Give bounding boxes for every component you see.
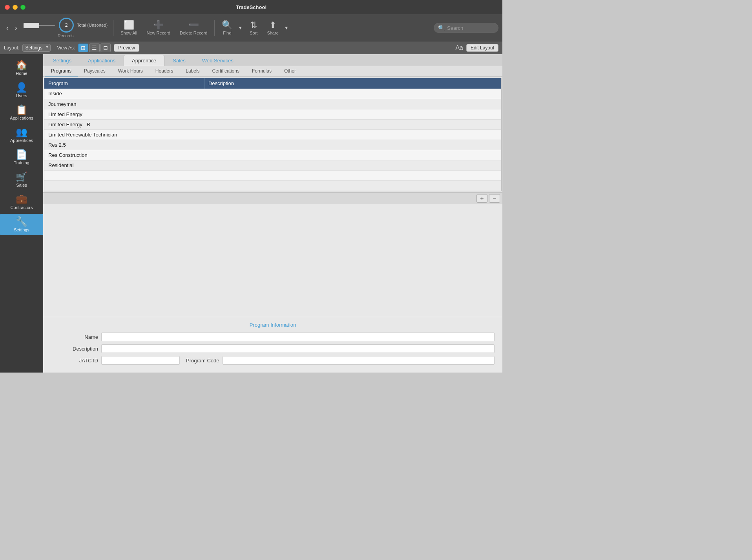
show-all-label: Show All	[120, 31, 137, 35]
table-row[interactable]: Residential	[44, 160, 501, 170]
remove-row-button[interactable]: −	[489, 194, 500, 203]
table-wrapper: Program Description InsideJourneymanLimi…	[44, 78, 502, 191]
tab-labels[interactable]: Labels	[179, 66, 206, 76]
find-button[interactable]: 🔍 Find	[218, 18, 236, 38]
view-buttons: ⊞ ☰ ⊟	[78, 44, 111, 52]
share-label: Share	[267, 31, 278, 35]
table-row[interactable]: Res Construction	[44, 150, 501, 160]
sidebar-item-home[interactable]: 🏠 Home	[0, 57, 43, 79]
find-icon: 🔍	[222, 21, 232, 29]
program-code-input[interactable]	[223, 356, 495, 365]
empty-row	[44, 170, 501, 180]
preview-button[interactable]: Preview	[114, 44, 139, 52]
sidebar-item-sales[interactable]: 🛒 Sales	[0, 169, 43, 191]
tab-work-hours[interactable]: Work Hours	[112, 66, 149, 76]
nav-prev-button[interactable]: ‹	[4, 22, 11, 34]
contractors-icon: 💼	[16, 195, 27, 204]
sidebar-home-label: Home	[16, 71, 27, 76]
table-body: InsideJourneymanLimited EnergyLimited En…	[44, 89, 501, 191]
view-list-button[interactable]: ☰	[89, 44, 100, 52]
tab-apprentice[interactable]: Apprentice	[124, 55, 164, 66]
records-slider-thumb[interactable]	[24, 23, 39, 28]
sidebar-apprentices-label: Apprentices	[10, 138, 33, 143]
toolbar: ‹ › 2 Total (Unsorted) Records ⬜ Show Al…	[0, 14, 502, 42]
toolbar-separator-2	[214, 20, 215, 36]
search-input[interactable]	[447, 25, 494, 31]
table-scroll-area[interactable]: Program Description InsideJourneymanLimi…	[44, 78, 501, 191]
description-cell	[204, 109, 501, 119]
tab-payscales[interactable]: Payscales	[78, 66, 112, 76]
tab-headers[interactable]: Headers	[149, 66, 179, 76]
window-title: TradeSchool	[236, 4, 266, 10]
share-dropdown-button[interactable]: ▼	[283, 25, 290, 31]
maximize-button[interactable]	[20, 5, 26, 10]
sidebar-item-training[interactable]: 📄 Training	[0, 147, 43, 168]
description-cell	[204, 89, 501, 99]
find-group: 🔍 Find ▼	[218, 18, 244, 38]
program-code-label: Program Code	[186, 358, 219, 364]
col-program-header: Program	[44, 78, 204, 89]
minimize-button[interactable]	[13, 5, 18, 10]
home-icon: 🏠	[16, 60, 27, 70]
traffic-lights	[5, 5, 26, 10]
table-row[interactable]: Limited Energy	[44, 109, 501, 119]
show-all-button[interactable]: ⬜ Show All	[117, 18, 141, 38]
edit-layout-button[interactable]: Edit Layout	[466, 44, 498, 52]
sidebar-item-settings[interactable]: 🔧 Settings	[0, 214, 43, 235]
tab-applications[interactable]: Applications	[80, 55, 124, 66]
records-status: Total (Unsorted)	[77, 23, 108, 27]
sort-button[interactable]: ⇅ Sort	[246, 18, 261, 38]
table-row[interactable]: Res 2.5	[44, 140, 501, 150]
layout-select[interactable]: Settings	[22, 44, 51, 52]
sidebar-item-applications[interactable]: 📋 Applications	[0, 102, 43, 124]
close-button[interactable]	[5, 5, 10, 10]
delete-record-button[interactable]: ➖ Delete Record	[176, 18, 211, 38]
find-dropdown-button[interactable]: ▼	[236, 25, 244, 31]
nav-controls: ‹ ›	[4, 22, 20, 34]
program-cell: Inside	[44, 89, 204, 99]
sort-label: Sort	[250, 31, 257, 35]
content-area: Settings Applications Apprentice Sales W…	[43, 54, 502, 373]
new-record-label: New Record	[146, 31, 170, 35]
col-description-header: Description	[204, 78, 501, 89]
add-row-button[interactable]: +	[476, 194, 487, 203]
share-button[interactable]: ⬆ Share	[263, 18, 282, 38]
new-record-button[interactable]: ➕ New Record	[142, 18, 174, 38]
description-cell	[204, 119, 501, 129]
tab-certifications[interactable]: Certifications	[206, 66, 246, 76]
layout-label: Layout:	[4, 45, 19, 51]
table-row[interactable]: Inside	[44, 89, 501, 99]
users-icon: 👤	[16, 83, 27, 92]
sidebar-item-users[interactable]: 👤 Users	[0, 80, 43, 101]
tab-other[interactable]: Other	[278, 66, 302, 76]
search-icon: 🔍	[438, 25, 445, 31]
records-control: 2 Total (Unsorted) Records	[24, 18, 108, 38]
table-row[interactable]: Journeyman	[44, 99, 501, 109]
records-slider-area: 2 Total (Unsorted)	[24, 18, 108, 33]
nav-next-button[interactable]: ›	[13, 22, 20, 34]
tab-programs[interactable]: Programs	[45, 66, 78, 76]
share-icon: ⬆	[269, 21, 276, 29]
sidebar-item-contractors[interactable]: 💼 Contractors	[0, 191, 43, 213]
records-indicator: 2	[59, 18, 74, 33]
empty-description-cell	[204, 170, 501, 180]
description-cell	[204, 140, 501, 150]
program-cell: Res Construction	[44, 150, 204, 160]
tab-formulas[interactable]: Formulas	[246, 66, 278, 76]
description-cell	[204, 129, 501, 140]
sidebar-item-apprentices[interactable]: 👥 Apprentices	[0, 124, 43, 146]
tab-sales[interactable]: Sales	[164, 55, 194, 66]
search-box[interactable]: 🔍	[434, 23, 498, 33]
program-cell: Limited Energy - B	[44, 119, 204, 129]
view-table-button[interactable]: ⊟	[100, 44, 111, 52]
records-slider-track[interactable]	[24, 25, 55, 26]
table-row[interactable]: Limited Energy - B	[44, 119, 501, 129]
name-input[interactable]	[101, 333, 495, 341]
sales-icon: 🛒	[16, 172, 27, 182]
jatc-id-input[interactable]	[101, 356, 180, 365]
tab-settings[interactable]: Settings	[45, 55, 80, 66]
table-row[interactable]: Limited Renewable Technician	[44, 129, 501, 140]
tab-web-services[interactable]: Web Services	[194, 55, 242, 66]
description-input[interactable]	[101, 344, 495, 353]
view-card-button[interactable]: ⊞	[78, 44, 88, 52]
